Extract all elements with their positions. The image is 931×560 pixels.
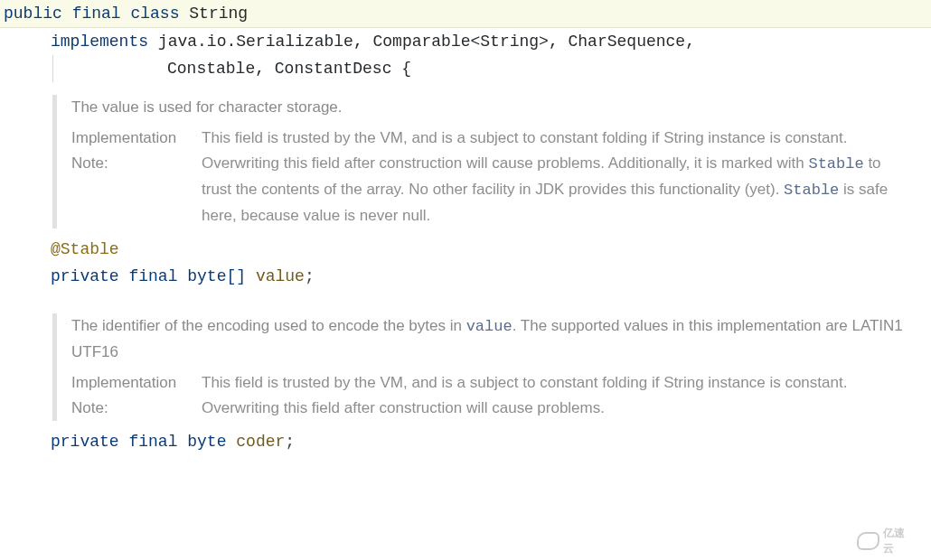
javadoc-impl-body: This field is trusted by the VM, and is …	[202, 126, 931, 229]
field-annotation: @Stable	[0, 236, 931, 263]
javadoc-impl-body: This field is trusted by the VM, and is …	[202, 370, 931, 421]
javadoc-text: The identifier of the encoding used to e…	[71, 317, 466, 334]
code-editor: public final class String implements jav…	[0, 0, 931, 560]
javadoc-text: This field is trusted by the VM, and is …	[202, 129, 847, 172]
javadoc-block-value: The value is used for character storage.…	[52, 95, 931, 229]
keyword-public: public	[4, 5, 62, 23]
indent-guide	[52, 55, 53, 82]
keyword-class: class	[130, 5, 179, 23]
semicolon: ;	[305, 267, 315, 285]
javadoc-summary: The identifier of the encoding used to e…	[71, 313, 931, 365]
field-name-coder: coder	[236, 433, 285, 451]
keyword-final: final	[128, 433, 177, 451]
code-line-declaration: public final class String	[0, 0, 931, 28]
code-line-implements-cont: Constable, ConstantDesc {	[0, 55, 931, 82]
keyword-private: private	[51, 267, 119, 285]
watermark: 亿速云	[857, 527, 915, 555]
semicolon: ;	[285, 433, 295, 451]
keyword-final: final	[128, 267, 177, 285]
field-name-value: value	[256, 267, 305, 285]
keyword-private: private	[51, 433, 119, 451]
javadoc-impl-note: Implementation Note: This field is trust…	[71, 370, 931, 421]
keyword-final: final	[72, 5, 121, 23]
code-ref-stable: Stable	[808, 155, 863, 173]
field-declaration-value: private final byte[] value;	[0, 263, 931, 290]
javadoc-impl-note: Implementation Note: This field is trust…	[71, 126, 931, 229]
implements-list-1: java.io.Serializable, Comparable<String>…	[158, 33, 695, 51]
javadoc-block-coder: The identifier of the encoding used to e…	[52, 313, 931, 421]
javadoc-impl-label: Implementation Note:	[71, 370, 196, 421]
watermark-text: 亿速云	[883, 526, 915, 556]
implements-list-2: Constable, ConstantDesc {	[167, 60, 411, 78]
code-ref-value: value	[466, 318, 513, 335]
field-declaration-coder: private final byte coder;	[0, 428, 931, 455]
keyword-implements: implements	[51, 33, 148, 51]
javadoc-summary: The value is used for character storage.	[71, 95, 931, 120]
code-ref-stable-2: Stable	[784, 182, 839, 199]
annotation-stable: @Stable	[51, 240, 119, 258]
javadoc-impl-label: Implementation Note:	[71, 126, 196, 229]
type-byte: byte	[187, 433, 226, 451]
type-byte-array: byte[]	[187, 267, 246, 285]
code-line-implements: implements java.io.Serializable, Compara…	[0, 28, 931, 55]
class-name: String	[189, 5, 248, 23]
cloud-icon	[857, 532, 879, 550]
